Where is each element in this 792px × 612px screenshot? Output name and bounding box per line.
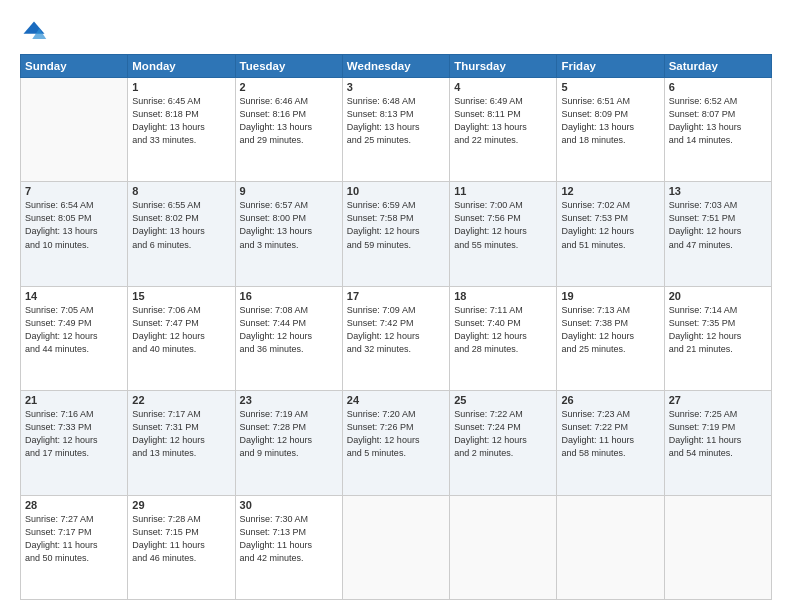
calendar-cell: 22Sunrise: 7:17 AMSunset: 7:31 PMDayligh… [128,391,235,495]
day-info: Sunrise: 7:22 AMSunset: 7:24 PMDaylight:… [454,408,552,460]
day-info: Sunrise: 7:03 AMSunset: 7:51 PMDaylight:… [669,199,767,251]
day-number: 3 [347,81,445,93]
day-info: Sunrise: 7:08 AMSunset: 7:44 PMDaylight:… [240,304,338,356]
day-number: 26 [561,394,659,406]
day-number: 20 [669,290,767,302]
day-number: 27 [669,394,767,406]
weekday-header-row: SundayMondayTuesdayWednesdayThursdayFrid… [21,55,772,78]
day-number: 2 [240,81,338,93]
calendar-cell [21,78,128,182]
day-number: 12 [561,185,659,197]
day-info: Sunrise: 7:16 AMSunset: 7:33 PMDaylight:… [25,408,123,460]
calendar-cell: 2Sunrise: 6:46 AMSunset: 8:16 PMDaylight… [235,78,342,182]
calendar-cell: 23Sunrise: 7:19 AMSunset: 7:28 PMDayligh… [235,391,342,495]
day-info: Sunrise: 6:51 AMSunset: 8:09 PMDaylight:… [561,95,659,147]
day-info: Sunrise: 7:02 AMSunset: 7:53 PMDaylight:… [561,199,659,251]
weekday-header-thursday: Thursday [450,55,557,78]
day-info: Sunrise: 7:28 AMSunset: 7:15 PMDaylight:… [132,513,230,565]
day-number: 11 [454,185,552,197]
day-number: 24 [347,394,445,406]
weekday-header-sunday: Sunday [21,55,128,78]
day-info: Sunrise: 7:11 AMSunset: 7:40 PMDaylight:… [454,304,552,356]
calendar-cell: 16Sunrise: 7:08 AMSunset: 7:44 PMDayligh… [235,286,342,390]
calendar-cell: 10Sunrise: 6:59 AMSunset: 7:58 PMDayligh… [342,182,449,286]
day-info: Sunrise: 7:14 AMSunset: 7:35 PMDaylight:… [669,304,767,356]
calendar-cell: 15Sunrise: 7:06 AMSunset: 7:47 PMDayligh… [128,286,235,390]
day-info: Sunrise: 7:19 AMSunset: 7:28 PMDaylight:… [240,408,338,460]
day-info: Sunrise: 7:20 AMSunset: 7:26 PMDaylight:… [347,408,445,460]
calendar-cell: 6Sunrise: 6:52 AMSunset: 8:07 PMDaylight… [664,78,771,182]
day-info: Sunrise: 7:27 AMSunset: 7:17 PMDaylight:… [25,513,123,565]
day-info: Sunrise: 6:49 AMSunset: 8:11 PMDaylight:… [454,95,552,147]
week-row-4: 21Sunrise: 7:16 AMSunset: 7:33 PMDayligh… [21,391,772,495]
calendar-cell: 5Sunrise: 6:51 AMSunset: 8:09 PMDaylight… [557,78,664,182]
calendar-cell [342,495,449,599]
day-info: Sunrise: 7:23 AMSunset: 7:22 PMDaylight:… [561,408,659,460]
day-number: 16 [240,290,338,302]
day-info: Sunrise: 6:54 AMSunset: 8:05 PMDaylight:… [25,199,123,251]
day-number: 14 [25,290,123,302]
day-number: 1 [132,81,230,93]
calendar-cell: 12Sunrise: 7:02 AMSunset: 7:53 PMDayligh… [557,182,664,286]
day-number: 19 [561,290,659,302]
day-info: Sunrise: 6:52 AMSunset: 8:07 PMDaylight:… [669,95,767,147]
day-number: 21 [25,394,123,406]
calendar-cell: 27Sunrise: 7:25 AMSunset: 7:19 PMDayligh… [664,391,771,495]
day-info: Sunrise: 7:25 AMSunset: 7:19 PMDaylight:… [669,408,767,460]
day-number: 25 [454,394,552,406]
day-number: 15 [132,290,230,302]
calendar-cell: 4Sunrise: 6:49 AMSunset: 8:11 PMDaylight… [450,78,557,182]
day-number: 7 [25,185,123,197]
day-number: 22 [132,394,230,406]
day-number: 6 [669,81,767,93]
day-number: 17 [347,290,445,302]
day-info: Sunrise: 7:17 AMSunset: 7:31 PMDaylight:… [132,408,230,460]
calendar-cell: 28Sunrise: 7:27 AMSunset: 7:17 PMDayligh… [21,495,128,599]
calendar-table: SundayMondayTuesdayWednesdayThursdayFrid… [20,54,772,600]
day-number: 18 [454,290,552,302]
calendar-cell [557,495,664,599]
calendar-cell: 20Sunrise: 7:14 AMSunset: 7:35 PMDayligh… [664,286,771,390]
week-row-3: 14Sunrise: 7:05 AMSunset: 7:49 PMDayligh… [21,286,772,390]
calendar-cell: 21Sunrise: 7:16 AMSunset: 7:33 PMDayligh… [21,391,128,495]
day-number: 23 [240,394,338,406]
calendar-cell [664,495,771,599]
day-info: Sunrise: 6:45 AMSunset: 8:18 PMDaylight:… [132,95,230,147]
calendar-cell: 8Sunrise: 6:55 AMSunset: 8:02 PMDaylight… [128,182,235,286]
day-number: 13 [669,185,767,197]
calendar-cell: 1Sunrise: 6:45 AMSunset: 8:18 PMDaylight… [128,78,235,182]
calendar-cell: 30Sunrise: 7:30 AMSunset: 7:13 PMDayligh… [235,495,342,599]
day-info: Sunrise: 7:00 AMSunset: 7:56 PMDaylight:… [454,199,552,251]
day-info: Sunrise: 6:57 AMSunset: 8:00 PMDaylight:… [240,199,338,251]
calendar-cell: 11Sunrise: 7:00 AMSunset: 7:56 PMDayligh… [450,182,557,286]
calendar-cell: 7Sunrise: 6:54 AMSunset: 8:05 PMDaylight… [21,182,128,286]
day-info: Sunrise: 6:55 AMSunset: 8:02 PMDaylight:… [132,199,230,251]
calendar-cell: 14Sunrise: 7:05 AMSunset: 7:49 PMDayligh… [21,286,128,390]
day-info: Sunrise: 7:09 AMSunset: 7:42 PMDaylight:… [347,304,445,356]
weekday-header-tuesday: Tuesday [235,55,342,78]
page: SundayMondayTuesdayWednesdayThursdayFrid… [0,0,792,612]
day-number: 8 [132,185,230,197]
day-number: 29 [132,499,230,511]
calendar-cell: 9Sunrise: 6:57 AMSunset: 8:00 PMDaylight… [235,182,342,286]
calendar-cell: 26Sunrise: 7:23 AMSunset: 7:22 PMDayligh… [557,391,664,495]
calendar-cell: 24Sunrise: 7:20 AMSunset: 7:26 PMDayligh… [342,391,449,495]
week-row-5: 28Sunrise: 7:27 AMSunset: 7:17 PMDayligh… [21,495,772,599]
calendar-cell: 18Sunrise: 7:11 AMSunset: 7:40 PMDayligh… [450,286,557,390]
logo-icon [20,18,48,46]
day-info: Sunrise: 6:59 AMSunset: 7:58 PMDaylight:… [347,199,445,251]
calendar-cell: 3Sunrise: 6:48 AMSunset: 8:13 PMDaylight… [342,78,449,182]
calendar-cell: 13Sunrise: 7:03 AMSunset: 7:51 PMDayligh… [664,182,771,286]
day-info: Sunrise: 7:13 AMSunset: 7:38 PMDaylight:… [561,304,659,356]
day-number: 5 [561,81,659,93]
header [20,18,772,46]
day-info: Sunrise: 6:46 AMSunset: 8:16 PMDaylight:… [240,95,338,147]
calendar-cell: 25Sunrise: 7:22 AMSunset: 7:24 PMDayligh… [450,391,557,495]
weekday-header-friday: Friday [557,55,664,78]
day-number: 28 [25,499,123,511]
day-number: 30 [240,499,338,511]
day-number: 4 [454,81,552,93]
day-number: 10 [347,185,445,197]
calendar-cell [450,495,557,599]
day-info: Sunrise: 7:30 AMSunset: 7:13 PMDaylight:… [240,513,338,565]
